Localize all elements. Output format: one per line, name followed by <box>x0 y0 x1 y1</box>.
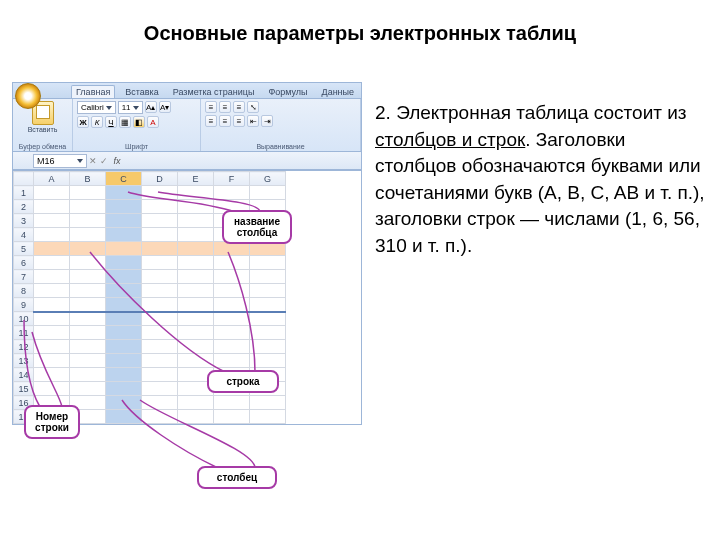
cell[interactable] <box>142 298 178 312</box>
column-header[interactable]: A <box>34 172 70 186</box>
cell[interactable] <box>250 410 286 424</box>
cell[interactable] <box>178 354 214 368</box>
cell[interactable] <box>214 284 250 298</box>
cell[interactable] <box>70 200 106 214</box>
cell[interactable] <box>70 368 106 382</box>
cell[interactable] <box>250 298 286 312</box>
cell[interactable] <box>142 200 178 214</box>
cell[interactable] <box>106 214 142 228</box>
tab-formulas[interactable]: Формулы <box>264 86 311 98</box>
cell[interactable] <box>178 200 214 214</box>
cell[interactable] <box>178 340 214 354</box>
cell[interactable] <box>70 354 106 368</box>
row-header[interactable]: 8 <box>14 284 34 298</box>
align-center-icon[interactable]: ≡ <box>219 115 231 127</box>
cell[interactable] <box>250 396 286 410</box>
row-header[interactable]: 6 <box>14 256 34 270</box>
cell[interactable] <box>214 340 250 354</box>
cell[interactable] <box>142 354 178 368</box>
cell[interactable] <box>70 284 106 298</box>
cell[interactable] <box>178 312 214 326</box>
row-header[interactable]: 3 <box>14 214 34 228</box>
grow-font-icon[interactable]: A▴ <box>145 101 157 113</box>
cell[interactable] <box>34 326 70 340</box>
cell[interactable] <box>34 312 70 326</box>
column-header[interactable]: E <box>178 172 214 186</box>
cell[interactable] <box>178 410 214 424</box>
cell[interactable] <box>142 382 178 396</box>
cell[interactable] <box>250 186 286 200</box>
cell[interactable] <box>34 354 70 368</box>
cell[interactable] <box>250 270 286 284</box>
cell[interactable] <box>178 270 214 284</box>
row-header[interactable]: 15 <box>14 382 34 396</box>
tab-data[interactable]: Данные <box>318 86 359 98</box>
cell[interactable] <box>34 228 70 242</box>
fx-icon[interactable]: fx <box>114 156 121 166</box>
name-box[interactable]: M16 <box>33 154 87 168</box>
cell[interactable] <box>70 298 106 312</box>
cell[interactable] <box>70 186 106 200</box>
row-header[interactable]: 10 <box>14 312 34 326</box>
row-header[interactable]: 1 <box>14 186 34 200</box>
cell[interactable] <box>214 410 250 424</box>
cell[interactable] <box>142 312 178 326</box>
column-header[interactable]: D <box>142 172 178 186</box>
cell[interactable] <box>214 298 250 312</box>
row-header[interactable]: 7 <box>14 270 34 284</box>
cell[interactable] <box>214 312 250 326</box>
cell[interactable] <box>70 382 106 396</box>
font-color-icon[interactable]: A <box>147 116 159 128</box>
cell[interactable] <box>106 186 142 200</box>
cell[interactable] <box>106 326 142 340</box>
tab-layout[interactable]: Разметка страницы <box>169 86 259 98</box>
cell[interactable] <box>106 298 142 312</box>
row-header[interactable]: 4 <box>14 228 34 242</box>
office-button-icon[interactable] <box>15 83 41 109</box>
cell[interactable] <box>142 340 178 354</box>
cell[interactable] <box>214 396 250 410</box>
cell[interactable] <box>214 256 250 270</box>
cell[interactable] <box>142 326 178 340</box>
cell[interactable] <box>178 256 214 270</box>
cell[interactable] <box>34 284 70 298</box>
row-header[interactable]: 14 <box>14 368 34 382</box>
cell[interactable] <box>142 410 178 424</box>
cell[interactable] <box>34 200 70 214</box>
tab-home[interactable]: Главная <box>71 85 115 98</box>
fill-icon[interactable]: ◧ <box>133 116 145 128</box>
cell[interactable] <box>34 242 70 256</box>
indent-inc-icon[interactable]: ⇥ <box>261 115 273 127</box>
cell[interactable] <box>70 312 106 326</box>
cell[interactable] <box>34 186 70 200</box>
align-left-icon[interactable]: ≡ <box>205 115 217 127</box>
cell[interactable] <box>106 340 142 354</box>
cell[interactable] <box>214 270 250 284</box>
row-header[interactable]: 9 <box>14 298 34 312</box>
cell[interactable] <box>106 354 142 368</box>
tab-insert[interactable]: Вставка <box>121 86 162 98</box>
cell[interactable] <box>142 368 178 382</box>
cell[interactable] <box>34 256 70 270</box>
cell[interactable] <box>142 186 178 200</box>
cell[interactable] <box>214 354 250 368</box>
cell[interactable] <box>70 228 106 242</box>
cell[interactable] <box>34 368 70 382</box>
cell[interactable] <box>34 382 70 396</box>
cell[interactable] <box>70 214 106 228</box>
cell[interactable] <box>142 256 178 270</box>
cell[interactable] <box>142 242 178 256</box>
cell[interactable] <box>106 228 142 242</box>
row-header[interactable]: 13 <box>14 354 34 368</box>
cell[interactable] <box>250 284 286 298</box>
align-right-icon[interactable]: ≡ <box>233 115 245 127</box>
cell[interactable] <box>34 298 70 312</box>
cell[interactable] <box>70 256 106 270</box>
cell[interactable] <box>250 312 286 326</box>
italic-icon[interactable]: К <box>91 116 103 128</box>
cell[interactable] <box>34 270 70 284</box>
cell[interactable] <box>34 340 70 354</box>
align-mid-icon[interactable]: ≡ <box>219 101 231 113</box>
cell[interactable] <box>250 326 286 340</box>
cell[interactable] <box>70 242 106 256</box>
